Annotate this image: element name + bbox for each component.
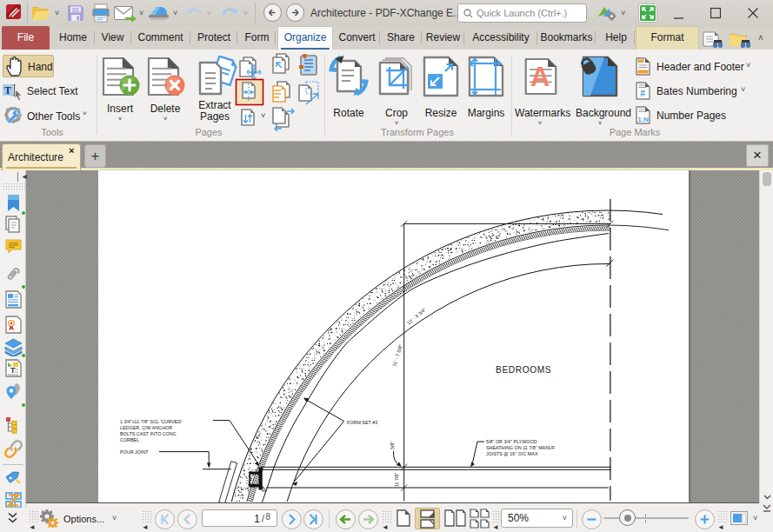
svg-text:FORM SET #3: FORM SET #3 [347, 420, 377, 425]
svg-text:1 3/4"x11 7/8" SCL 'CURVED': 1 3/4"x11 7/8" SCL 'CURVED' [120, 419, 182, 424]
svg-text:11' - 7 5/8": 11' - 7 5/8" [391, 343, 403, 367]
svg-text:BEDROOMS: BEDROOMS [496, 365, 551, 375]
svg-text:11 7/8": 11 7/8" [394, 472, 399, 487]
svg-text:22' - 8 3/4": 22' - 8 3/4" [406, 307, 427, 326]
svg-text:5/8" OR 3/4" PLYWOOD: 5/8" OR 3/4" PLYWOOD [486, 439, 537, 444]
svg-text:POUR JOINT: POUR JOINT [120, 449, 149, 455]
svg-text:A: A [530, 62, 550, 92]
svg-text:LEDGER, C/W ANCHOR: LEDGER, C/W ANCHOR [120, 425, 172, 430]
svg-text:BOLTS CAST INTO CONC: BOLTS CAST INTO CONC [120, 431, 177, 436]
svg-text:˅: ˅ [261, 111, 265, 120]
svg-text:JOISTS @ 16" O/C MAX: JOISTS @ 16" O/C MAX [486, 451, 538, 456]
svg-text:T: T [4, 84, 11, 96]
svg-text:5/8": 5/8" [390, 442, 395, 449]
svg-text:#: # [640, 89, 645, 98]
svg-text:1.N: 1.N [637, 116, 649, 123]
svg-text:T: T [10, 366, 16, 375]
svg-text:SHEATHING ON 11 7/8" MANUF: SHEATHING ON 11 7/8" MANUF [486, 445, 556, 450]
svg-text:CORBEL: CORBEL [120, 437, 139, 442]
